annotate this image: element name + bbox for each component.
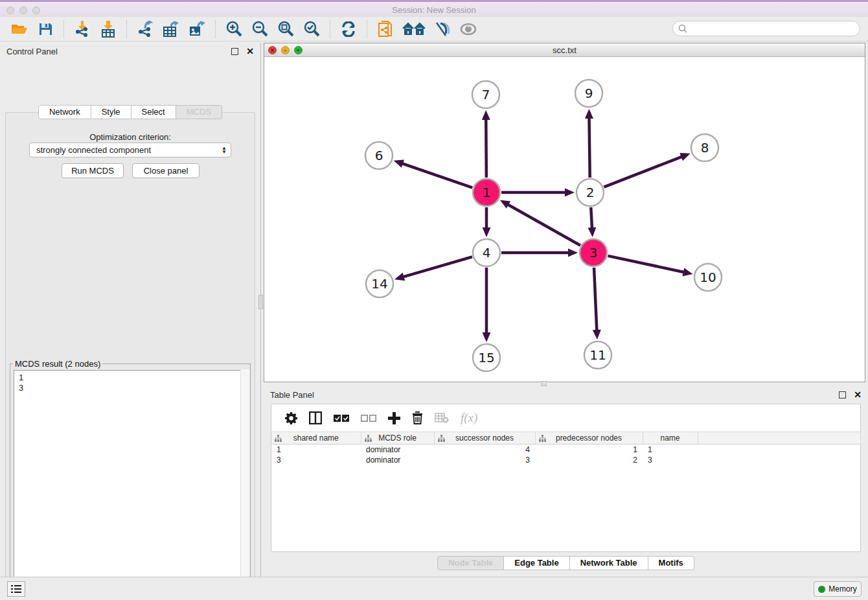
control-tab-select[interactable]: Select <box>131 105 176 119</box>
cell-mcds-role[interactable]: dominator <box>361 455 434 465</box>
table-panel-float-icon[interactable] <box>839 391 846 398</box>
table-row[interactable]: 3dominator323 <box>271 455 860 465</box>
delete-row-icon[interactable] <box>412 411 423 424</box>
node-label-11: 11 <box>589 347 606 363</box>
edge-arrowhead <box>568 249 578 257</box>
apply-layout-icon[interactable] <box>339 19 358 39</box>
close-panel-button[interactable]: Close panel <box>132 163 200 178</box>
edge-3-1[interactable] <box>507 204 580 246</box>
search-input[interactable] <box>691 24 860 34</box>
cell-shared-name[interactable]: 3 <box>271 455 361 465</box>
select-stepper-icon: ▲▼ <box>222 146 227 154</box>
zoom-out-icon[interactable] <box>250 19 269 39</box>
table-panel-close-icon[interactable]: ✕ <box>854 389 862 400</box>
column-header-successor-nodes[interactable]: successor nodes <box>434 432 535 444</box>
save-session-icon[interactable] <box>36 19 55 39</box>
hide-graphics-details-icon[interactable] <box>433 19 452 39</box>
control-tab-mcds[interactable]: MCDS <box>176 105 222 119</box>
edge-arrowhead <box>588 227 596 237</box>
column-header-mcds-role[interactable]: MCDS role <box>361 432 434 444</box>
run-mcds-button[interactable]: Run MCDS <box>62 163 124 178</box>
show-graphics-details-icon[interactable] <box>459 19 478 39</box>
table-panel: Table Panel ✕ <box>264 386 868 577</box>
import-table-icon[interactable] <box>98 19 118 39</box>
edge-2-8[interactable] <box>604 156 683 187</box>
export-network-icon[interactable] <box>135 19 155 39</box>
edge-arrowhead <box>394 273 405 281</box>
edge-1-6[interactable] <box>401 163 472 188</box>
network-view-window: ✕ − + scc.txt 7968124314101511 <box>264 43 865 382</box>
status-bar: Memory <box>0 577 868 600</box>
table-tab-edge-table[interactable]: Edge Table <box>504 556 569 570</box>
column-type-icon <box>365 435 372 444</box>
edge-arrowhead <box>483 227 491 237</box>
add-row-icon[interactable] <box>388 412 400 424</box>
table-settings-gear-icon[interactable] <box>285 412 297 424</box>
zoom-in-icon[interactable] <box>224 19 244 39</box>
zoom-fit-icon[interactable] <box>276 19 295 39</box>
network-canvas[interactable]: 7968124314101511 <box>264 57 865 382</box>
import-network-icon[interactable] <box>73 19 92 39</box>
column-header-predecessor-nodes[interactable]: predecessor nodes <box>535 432 643 444</box>
show-column-panel-icon[interactable] <box>309 411 322 424</box>
cell-name[interactable]: 1 <box>643 444 698 455</box>
edge-arrowhead <box>593 330 601 340</box>
table-tab-network-table[interactable]: Network Table <box>570 556 648 570</box>
function-builder-icon: f(x) <box>461 411 477 425</box>
global-search-field[interactable] <box>672 21 860 36</box>
mcds-result-text[interactable]: 1 3 <box>14 370 246 598</box>
home-view-icon[interactable] <box>402 19 426 39</box>
optimization-criterion-label: Optimization criterion: <box>6 132 255 142</box>
edge-2-3[interactable] <box>591 207 592 229</box>
column-header-shared-name[interactable]: shared name <box>271 432 361 444</box>
table-tab-node-table[interactable]: Node Table <box>437 556 504 570</box>
deselect-all-checkboxes-icon[interactable] <box>361 414 376 422</box>
cell-predecessor-nodes[interactable]: 1 <box>535 444 643 455</box>
export-image-icon[interactable] <box>187 19 207 39</box>
export-table-icon[interactable] <box>161 19 181 39</box>
edge-4-14[interactable] <box>402 257 472 277</box>
cell-successor-nodes[interactable]: 4 <box>434 444 535 455</box>
edge-3-11[interactable] <box>594 268 597 332</box>
task-history-button[interactable] <box>7 581 25 597</box>
select-all-checkboxes-icon[interactable] <box>334 414 349 422</box>
mcds-result-title: MCDS result (2 nodes) <box>13 359 102 369</box>
column-header-name[interactable]: name <box>643 432 698 444</box>
control-tab-network[interactable]: Network <box>38 105 91 119</box>
cell-successor-nodes[interactable]: 3 <box>434 455 535 465</box>
control-tab-style[interactable]: Style <box>91 105 131 119</box>
node-label-4: 4 <box>483 245 491 260</box>
clone-network-icon[interactable] <box>376 19 395 39</box>
search-icon <box>678 24 687 33</box>
vertical-splitter-grip[interactable] <box>258 295 263 309</box>
control-panel-close-icon[interactable]: ✕ <box>246 46 254 56</box>
cell-name[interactable]: 3 <box>643 455 698 465</box>
control-panel-title: Control Panel <box>6 47 58 56</box>
table-tab-motifs[interactable]: Motifs <box>648 556 694 570</box>
criterion-select[interactable]: strongly connected component ▲▼ <box>29 143 231 157</box>
result-scrollbar[interactable] <box>240 369 249 596</box>
network-window-titlebar[interactable]: ✕ − + scc.txt <box>264 43 865 57</box>
edge-arrowhead <box>482 110 490 120</box>
edge-1-7[interactable] <box>486 118 486 178</box>
control-panel-float-icon[interactable] <box>231 48 238 55</box>
column-type-icon <box>275 435 282 444</box>
toolbar-separator <box>63 20 64 38</box>
cell-predecessor-nodes[interactable]: 2 <box>535 455 643 465</box>
mcds-tab-content: Optimization criterion: strongly connect… <box>5 112 255 600</box>
cell-shared-name[interactable]: 1 <box>271 444 361 455</box>
table-row[interactable]: 1dominator411 <box>271 444 860 455</box>
table-panel-title: Table Panel <box>270 390 314 400</box>
cell-mcds-role[interactable]: dominator <box>361 444 434 455</box>
node-label-14: 14 <box>371 276 387 292</box>
edge-3-10[interactable] <box>608 256 685 273</box>
main-toolbar <box>0 17 868 41</box>
edge-2-9[interactable] <box>589 117 589 178</box>
open-session-icon[interactable] <box>10 19 29 39</box>
zoom-selected-icon[interactable] <box>302 19 321 39</box>
node-table[interactable]: shared nameMCDS rolesuccessor nodesprede… <box>271 432 861 465</box>
node-label-1: 1 <box>483 185 491 200</box>
edge-arrowhead <box>565 189 575 197</box>
memory-button[interactable]: Memory <box>814 581 862 597</box>
horizontal-splitter-grip[interactable] <box>541 381 547 386</box>
